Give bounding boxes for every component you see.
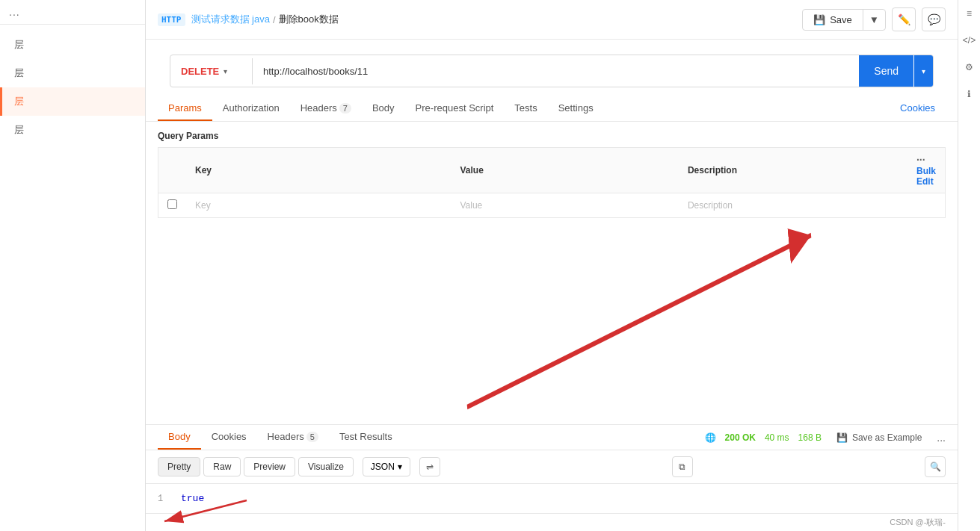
save-button-group: 💾 Save ▼: [802, 9, 886, 31]
response-section: Body Cookies Headers5 Test Results 🌐 200…: [146, 424, 958, 513]
globe-icon: 🌐: [705, 432, 716, 443]
comment-button[interactable]: 💬: [922, 7, 946, 31]
breadcrumb: 测试请求数据 java / 删除book数据: [191, 13, 339, 26]
format-bar: Pretty Raw Preview Visualize JSON ▾ ⇌ ⧉ …: [146, 450, 958, 484]
headers-badge: 7: [339, 103, 351, 114]
sidebar-item-1[interactable]: 层: [0, 31, 145, 59]
wrap-icon-button[interactable]: ⇌: [419, 457, 440, 476]
tab-tests[interactable]: Tests: [504, 96, 547, 121]
right-icon-settings[interactable]: ⚙: [962, 60, 977, 75]
breadcrumb-separator: /: [273, 14, 276, 25]
line-number: 1: [158, 494, 163, 504]
tab-pre-request[interactable]: Pre-request Script: [405, 96, 505, 121]
send-dropdown-button[interactable]: ▾: [914, 55, 933, 87]
sidebar-dots: ...: [9, 6, 20, 18]
sidebar-item-2[interactable]: 层: [0, 59, 145, 87]
query-params-title: Query Params: [158, 131, 946, 141]
footer: CSDN @-耿瑞-: [146, 513, 958, 531]
tab-body[interactable]: Body: [362, 96, 405, 121]
tab-authorization[interactable]: Authorization: [212, 96, 290, 121]
sidebar-item-3[interactable]: 层: [0, 87, 145, 116]
params-table: Key Value Description ··· Bulk Edit Key …: [158, 147, 946, 218]
request-tabs: Params Authorization Headers7 Body Pre-r…: [146, 96, 958, 122]
save-example-label: Save as Example: [852, 432, 922, 443]
th-description: Description: [679, 148, 907, 193]
method-chevron-icon: ▾: [224, 67, 227, 75]
annotation-area: [146, 218, 958, 424]
save-button[interactable]: 💾 Save: [803, 10, 863, 30]
request-bar: DELETE ▾ Send ▾: [170, 55, 934, 87]
header-actions: 💾 Save ▼ ✏️ 💬: [802, 7, 946, 31]
copy-button[interactable]: ⧉: [672, 456, 693, 477]
save-example-icon: 💾: [836, 432, 848, 443]
tab-headers[interactable]: Headers7: [290, 96, 362, 121]
edit-button[interactable]: ✏️: [892, 7, 916, 31]
response-meta: 🌐 200 OK 40 ms 168 B 💾 Save as Example .…: [705, 429, 946, 446]
footer-text: CSDN @-耿瑞-: [890, 518, 946, 527]
main-content: HTTP 测试请求数据 java / 删除book数据 💾 Save ▼ ✏️ …: [146, 0, 958, 531]
annotation-arrows: [146, 218, 958, 424]
format-pretty-button[interactable]: Pretty: [158, 457, 200, 476]
save-label: Save: [830, 14, 852, 25]
save-icon: 💾: [813, 14, 825, 25]
response-tabs: Body Cookies Headers5 Test Results 🌐 200…: [146, 425, 958, 450]
response-value: true: [181, 493, 204, 504]
tab-settings[interactable]: Settings: [548, 96, 604, 121]
header: HTTP 测试请求数据 java / 删除book数据 💾 Save ▼ ✏️ …: [146, 0, 958, 40]
sidebar-items: 层 层 层 层: [0, 25, 145, 150]
format-type-label: JSON: [371, 462, 395, 472]
response-tab-body[interactable]: Body: [158, 425, 201, 450]
response-size: 168 B: [798, 432, 822, 443]
row-value-cell[interactable]: Value: [451, 193, 679, 218]
th-actions: ··· Bulk Edit: [907, 148, 946, 193]
params-section: Query Params Key Value Description ··· B…: [146, 122, 958, 218]
left-sidebar: ... 层 层 层 层: [0, 0, 146, 531]
response-more-icon[interactable]: ...: [937, 432, 946, 444]
th-checkbox: [158, 148, 187, 193]
method-label: DELETE: [181, 66, 219, 77]
response-time: 40 ms: [765, 432, 789, 443]
response-tab-test-results[interactable]: Test Results: [329, 425, 403, 450]
right-icon-code[interactable]: </>: [962, 33, 977, 48]
row-desc-cell[interactable]: Description: [679, 193, 907, 218]
url-input[interactable]: [253, 58, 859, 84]
response-tab-headers[interactable]: Headers5: [257, 425, 329, 450]
right-sidebar: ≡ </> ⚙ ℹ: [958, 0, 980, 531]
tab-params[interactable]: Params: [158, 96, 212, 121]
format-type-chevron-icon: ▾: [398, 462, 402, 472]
row-actions-cell: [907, 193, 946, 218]
th-value: Value: [451, 148, 679, 193]
tab-cookies[interactable]: Cookies: [890, 96, 946, 121]
row-key-cell[interactable]: Key: [186, 193, 451, 218]
sidebar-item-4[interactable]: 层: [0, 116, 145, 144]
format-preview-button[interactable]: Preview: [244, 457, 295, 476]
params-dots-icon[interactable]: ···: [916, 154, 925, 166]
row-checkbox[interactable]: [167, 199, 177, 209]
svg-line-0: [467, 235, 811, 407]
request-bar-container: DELETE ▾ Send ▾: [146, 40, 958, 96]
right-icon-info[interactable]: ℹ: [962, 87, 977, 102]
response-body: 1 true: [146, 484, 958, 513]
table-row: Key Value Description: [158, 193, 946, 218]
send-label: Send: [874, 65, 899, 77]
response-tab-cookies[interactable]: Cookies: [201, 425, 257, 450]
breadcrumb-current[interactable]: 删除book数据: [279, 13, 339, 26]
format-visualize-button[interactable]: Visualize: [298, 457, 354, 476]
row-checkbox-cell: [158, 193, 187, 218]
sidebar-header: ...: [0, 0, 145, 25]
right-icon-menu[interactable]: ≡: [962, 6, 977, 21]
search-response-button[interactable]: 🔍: [925, 456, 946, 477]
method-select[interactable]: DELETE ▾: [170, 58, 253, 84]
send-button[interactable]: Send: [859, 55, 913, 87]
save-dropdown-button[interactable]: ▼: [863, 10, 885, 30]
method-badge: HTTP: [158, 13, 185, 26]
response-status: 200 OK: [725, 432, 756, 443]
save-example-button[interactable]: 💾 Save as Example: [830, 429, 928, 446]
bulk-edit-button[interactable]: Bulk Edit: [916, 166, 936, 187]
breadcrumb-collection[interactable]: 测试请求数据 java: [191, 13, 270, 26]
format-raw-button[interactable]: Raw: [203, 457, 241, 476]
th-key: Key: [186, 148, 451, 193]
response-headers-badge: 5: [306, 432, 318, 442]
format-type-select[interactable]: JSON ▾: [363, 457, 410, 476]
